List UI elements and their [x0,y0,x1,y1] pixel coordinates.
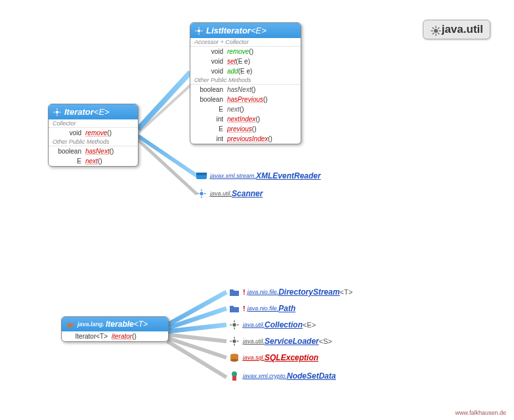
footer-credit: www.falkhausen.de [455,410,506,416]
gear-icon [430,25,439,34]
method-hasnext: boolean hasNext () [190,85,301,94]
class-header: Iterator <E> [49,104,138,119]
rel-xmleventreader[interactable]: javax.xml.stream. XMLEventReader [196,170,321,182]
svg-point-38 [230,359,238,362]
class-generic: <T> [134,320,148,329]
svg-rect-40 [232,376,236,381]
class-generic: <E> [251,26,267,35]
method-next: E next () [49,156,138,166]
package-label: java.util [442,23,483,36]
class-header: ListIterator <E> [190,23,301,38]
rel-sqlexception[interactable]: java.sql. SQLException [228,352,318,364]
class-pkg: java.lang. [77,321,104,327]
rel-scanner[interactable]: java.util. Scanner [196,188,263,200]
class-generic: <E> [94,107,110,117]
package-badge: java.util [423,20,490,39]
folder-icon [228,286,240,298]
crypto-icon [228,370,240,382]
svg-line-7 [432,33,433,34]
section-label: Other Public Methods [49,138,138,146]
rel-directorystream[interactable]: ! java.nio.file. DirectoryStream <T> [228,286,353,298]
svg-point-14 [198,29,201,32]
gear-icon [228,335,240,347]
rel-serviceloader[interactable]: java.util. ServiceLoader <S> [228,335,332,347]
class-iterator: Iterator <E> Collector void remove () Ot… [48,104,139,167]
svg-line-6 [438,33,439,34]
xml-icon [196,170,207,182]
svg-point-31 [232,339,236,343]
class-header: java.lang. Iterable <T> [62,317,168,331]
method-next: E next () [190,104,301,114]
svg-point-9 [56,110,59,114]
method-remove: void remove () [190,47,301,56]
rel-path[interactable]: ! java.nio.file. Path [228,303,295,314]
svg-rect-20 [196,173,207,175]
gear-icon [194,26,203,35]
gear-icon [228,319,240,331]
method-hasprevious: boolean hasPrevious () [190,94,301,104]
class-title: Iterator [64,107,94,117]
class-listiterator: ListIterator <E> Accessor + Collector vo… [190,22,301,144]
coffee-icon [66,320,75,329]
method-set: void set (E e) [190,56,301,66]
db-icon [228,352,240,364]
svg-point-0 [434,29,438,33]
rel-collection[interactable]: java.util. Collection <E> [228,319,316,331]
class-iterable: java.lang. Iterable <T> Iterator<T> iter… [61,316,169,342]
method-add: void add (E e) [190,66,301,76]
svg-point-21 [200,192,203,195]
section-label: Accessor + Collector [190,38,301,47]
folder-icon [228,303,240,314]
method-iterator: Iterator<T> iterator () [62,331,168,341]
gear-icon [53,108,62,117]
method-nextindex: int nextIndex () [190,114,301,124]
method-previousindex: int previousIndex () [190,134,301,144]
svg-line-8 [438,28,439,29]
rel-nodesetdata[interactable]: javax.xml.crypto. NodeSetData [228,370,336,382]
class-title: ListIterator [206,26,251,35]
warn-icon: ! [243,304,246,312]
svg-point-39 [232,371,237,377]
warn-icon: ! [243,288,246,296]
class-title: Iterable [106,320,134,329]
section-label: Collector [49,119,138,128]
svg-line-5 [432,28,433,29]
gear-icon [196,188,207,200]
method-previous: E previous () [190,124,301,134]
section-label: Other Public Methods [190,76,301,85]
svg-point-26 [232,323,236,326]
method-hasnext: boolean hasNext () [49,146,138,156]
method-remove: void remove () [49,128,138,138]
